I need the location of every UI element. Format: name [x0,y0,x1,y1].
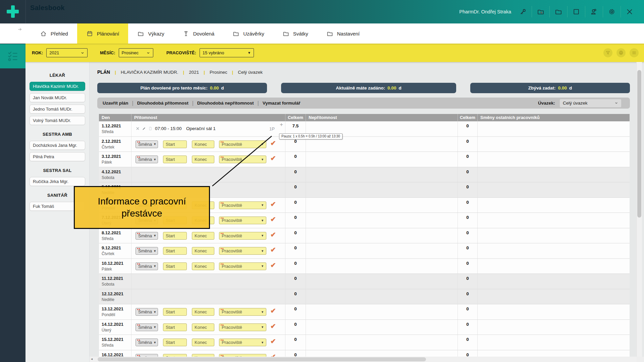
tab-nastaveni[interactable]: Nastavení [317,23,369,44]
workplace-multiselect[interactable]: 15 vybráno ▼ [200,48,254,57]
required-marker [221,263,222,264]
start-input[interactable] [163,140,187,148]
table-row-3.12.2021: 3.12.2021PátekSměna▼Pracoviště▼✔00 [99,152,630,167]
workplace-select[interactable]: Pracoviště▼ [219,323,266,331]
year-select[interactable]: 2021 [46,48,88,57]
start-input[interactable] [163,232,187,240]
sidebar-item-pilna-petra[interactable]: Pilná Petra [30,152,85,161]
confirm-check-icon[interactable]: ✔ [270,246,276,254]
folder-n-icon[interactable]: N [536,7,545,16]
start-input[interactable] [163,156,187,163]
confirm-check-icon[interactable]: ✔ [270,200,276,208]
left-strip [0,44,25,362]
presence-total-cell: 0 [285,182,306,197]
workplace-select[interactable]: Pracoviště▼ [219,232,266,240]
tab-prehled[interactable]: Přehled [31,23,77,44]
shift-select[interactable]: Směna▼ [136,339,158,346]
key-icon[interactable] [519,7,527,16]
delete-icon[interactable] [136,126,140,131]
confirm-check-icon[interactable]: ✔ [270,215,276,223]
horizontal-scrollbar-thumb[interactable] [98,357,426,361]
pill-label: Plán dovolené pro tento měsíc: [141,85,208,90]
settings-icon[interactable] [607,7,616,16]
shift-select[interactable]: Směna▼ [136,140,158,148]
start-input[interactable] [163,262,187,270]
workplace-select[interactable]: Pracoviště▼ [219,262,266,270]
print-icon[interactable] [616,48,626,57]
vertical-scrollbar[interactable] [636,62,642,357]
sidebar-item-rucicka-jirka-mgr[interactable]: Ručička Jirka Mgr. [30,177,85,186]
copy-icon[interactable] [148,126,153,131]
month-select[interactable]: Prosinec [119,48,153,57]
sidebar-item-hlavicka-kazimir-mudr[interactable]: Hlavička Kazimír MUDr. [30,82,85,91]
vertical-scrollbar-thumb[interactable] [637,70,641,218]
add-entry-button[interactable]: + [280,121,283,128]
workplace-select[interactable]: Pracoviště▼ [219,201,266,209]
shift-select[interactable]: Směna▼ [136,156,158,163]
end-input[interactable] [192,339,214,346]
uvazek-select[interactable]: Celý úvazek [560,99,621,107]
caret-down-icon: ▼ [153,341,156,344]
end-input[interactable] [192,323,214,331]
toolbar-action-uzavrit-plan[interactable]: Uzavřít plán [103,101,128,106]
planning-list-button[interactable] [0,44,25,68]
confirm-check-icon[interactable]: ✔ [270,261,276,269]
scroll-left-arrow-icon[interactable]: ◂ [91,357,93,361]
confirm-check-icon[interactable]: ✔ [270,139,276,147]
toolbar-action-dlouhodoba-pritomnost[interactable]: Dlouhodobá přítomnost [137,101,189,106]
sidebar-item-volny-tomas-mudr[interactable]: Volný Tomáš MUDr. [30,116,85,125]
sidebar-item-jedno-tomas-mudr[interactable]: Jedno Tomáš MUDr. [30,105,85,114]
confirm-check-icon[interactable]: ✔ [270,322,276,330]
tab-planovani[interactable]: Plánování [77,23,128,44]
pause-badge[interactable]: 1P [269,126,275,131]
table-row-11.12.2021: 11.12.2021Sobota00 [99,274,630,289]
shift-select[interactable]: Směna▼ [136,262,158,270]
sidebar-item-dochazkova-jana-mgr[interactable]: Docházková Jana Mgr. [30,141,85,150]
caret-down-icon: ▼ [248,51,251,55]
window-icon[interactable] [572,7,581,16]
end-input[interactable] [192,262,214,270]
start-input[interactable] [163,339,187,346]
shift-select-label: Směna [138,340,152,345]
end-input[interactable] [192,156,214,163]
start-input[interactable] [163,323,187,331]
end-input[interactable] [192,308,214,316]
required-marker [137,355,138,356]
end-input[interactable] [192,232,214,240]
confirm-check-icon[interactable]: ✔ [270,337,276,345]
forward-arrow-icon[interactable] [17,27,22,33]
start-input[interactable] [163,247,187,255]
close-icon[interactable] [625,7,634,16]
sidebar-item-jan-novak-mudr[interactable]: Jan Novák MUDr. [30,93,85,102]
workplace-select[interactable]: Pracoviště▼ [219,217,266,224]
tab-dovolena[interactable]: Dovolená [173,23,223,44]
tab-svatky[interactable]: Svátky [273,23,317,44]
tab-uzaverky[interactable]: Uzávěrky [223,23,273,44]
menu-icon[interactable] [630,48,639,57]
row-date: 9.12.2021 [99,243,131,250]
absence-total-cell: 0 [458,289,478,304]
confirm-check-icon[interactable]: ✔ [270,307,276,315]
shift-select[interactable]: Směna▼ [136,323,158,331]
start-input[interactable] [163,308,187,316]
confirm-check-icon[interactable]: ✔ [270,154,276,162]
toolbar-action-vymazat-formular[interactable]: Vymazat formulář [263,101,301,106]
workplace-select[interactable]: Pracoviště▼ [219,308,266,316]
tab-vykazy[interactable]: Výkazy [128,23,173,44]
workplace-select[interactable]: Pracoviště▼ [219,156,266,163]
filter-icon[interactable] [603,48,612,57]
edit-icon[interactable] [142,126,146,131]
shift-select[interactable]: Směna▼ [136,232,158,240]
toolbar-action-dlouhodoba-nepritomnost[interactable]: Dlouhodobá nepřítomnost [197,101,254,106]
end-input[interactable] [192,140,214,148]
shift-select[interactable]: Směna▼ [136,247,158,255]
workplace-select[interactable]: Pracoviště▼ [219,247,266,255]
workplace-select[interactable]: Pracoviště▼ [219,140,266,148]
confirm-check-icon[interactable]: ✔ [270,231,276,239]
folder-icon[interactable] [554,7,563,16]
horizontal-scrollbar[interactable]: ◂ ▸ [90,357,642,362]
workplace-select[interactable]: Pracoviště▼ [219,339,266,346]
shift-select[interactable]: Směna▼ [136,308,158,316]
users-icon[interactable] [590,7,598,16]
end-input[interactable] [192,247,214,255]
